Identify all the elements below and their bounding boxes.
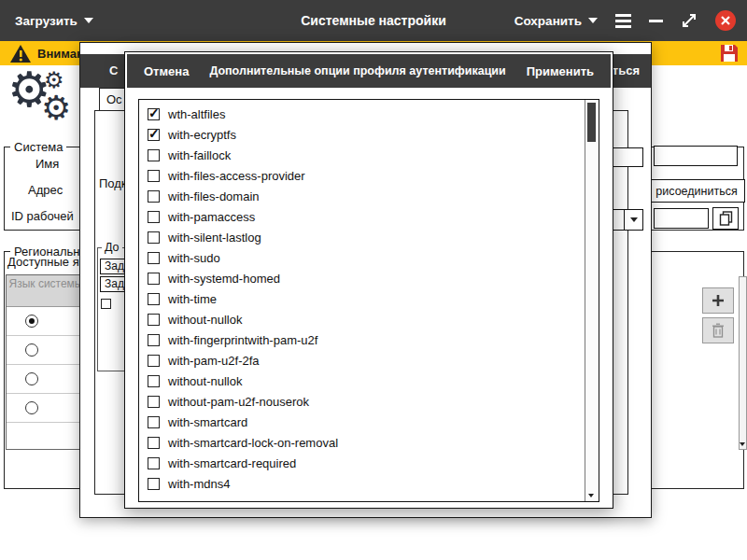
option-row[interactable]: with-faillock: [148, 145, 585, 165]
workstation-id-input[interactable]: [654, 208, 709, 229]
options-group-label: До: [102, 241, 122, 254]
titlebar-actions: Сохранить: [514, 0, 736, 41]
save-file-icon[interactable]: [719, 43, 740, 63]
save-menu-button[interactable]: Сохранить: [514, 14, 598, 28]
option-label: without-nullok: [168, 313, 243, 327]
option-row[interactable]: wth-altfiles: [148, 104, 585, 124]
language-column-header: Язык системы: [7, 275, 85, 306]
radio-selected-icon[interactable]: [25, 315, 38, 328]
join-button[interactable]: рисоединиться: [648, 179, 745, 203]
option-row[interactable]: with-sudo: [148, 247, 585, 268]
save-menu-label: Сохранить: [514, 14, 582, 28]
load-menu-label: Загрузить: [15, 14, 78, 28]
option-row[interactable]: with-fingerprintwith-pam-u2f: [148, 329, 585, 350]
option-label: wth-altfiles: [168, 107, 225, 121]
checkbox-icon[interactable]: [148, 396, 160, 408]
combo-arrow-icon: [630, 217, 638, 222]
radio-icon[interactable]: [25, 401, 38, 414]
checkbox-icon[interactable]: [148, 314, 160, 326]
scrollbar-thumb[interactable]: [587, 103, 596, 142]
scroll-down-icon[interactable]: [740, 442, 745, 446]
option-checkbox[interactable]: [101, 299, 111, 309]
gear-small-icon: ⚙: [41, 91, 71, 125]
option-row[interactable]: without-pam-u2f-nouserok: [148, 391, 585, 412]
checkbox-icon[interactable]: [148, 211, 160, 223]
option-row[interactable]: with-pam-u2f-2fa: [148, 350, 585, 371]
option-row[interactable]: with-files-access-provider: [148, 165, 585, 186]
checkbox-icon[interactable]: [148, 375, 160, 387]
address-label: Адрес: [28, 183, 63, 197]
header-left-text-fragment[interactable]: С: [109, 63, 118, 77]
option-row[interactable]: without-nullok: [148, 309, 585, 329]
option-label: with-pam-u2f-2fa: [168, 354, 260, 368]
expand-button[interactable]: [681, 12, 698, 29]
name-input[interactable]: [654, 146, 738, 166]
minimize-button[interactable]: [649, 20, 663, 22]
option-row[interactable]: with-pamaccess: [148, 206, 585, 227]
load-menu-button[interactable]: Загрузить: [15, 0, 93, 41]
option-row[interactable]: with-ecryptfs: [148, 124, 585, 145]
checkbox-icon[interactable]: [148, 355, 160, 367]
option-label: with-faillock: [168, 148, 231, 162]
checkbox-icon[interactable]: [148, 457, 160, 469]
available-languages-label: Доступные я: [7, 255, 79, 269]
checkbox-icon[interactable]: [148, 478, 160, 490]
option-row[interactable]: with-smartcard-required: [148, 453, 585, 473]
language-list-scrollbar[interactable]: [739, 276, 747, 450]
option-label: without-pam-u2f-nouserok: [168, 395, 309, 409]
workstation-id-label: ID рабочей: [11, 209, 74, 223]
add-language-button[interactable]: [702, 287, 734, 314]
cancel-button[interactable]: Отмена: [144, 64, 189, 78]
close-button[interactable]: [715, 10, 736, 31]
checkbox-icon[interactable]: [148, 416, 160, 428]
radio-icon[interactable]: [25, 372, 38, 385]
option-row[interactable]: with-smartcard: [148, 412, 585, 432]
option-list: wth-altfileswith-ecryptfswith-faillockwi…: [138, 99, 599, 502]
option-list-scrollbar[interactable]: [585, 100, 599, 501]
option-label: with-systemd-homed: [168, 272, 280, 286]
option-row[interactable]: with-silent-lastlog: [148, 227, 585, 247]
chevron-down-icon: [84, 18, 93, 23]
option-label: with-silent-lastlog: [168, 231, 261, 245]
checkbox-checked-icon[interactable]: [148, 108, 160, 120]
menu-icon[interactable]: [615, 14, 631, 28]
option-row[interactable]: with-time: [148, 288, 585, 309]
option-row[interactable]: with-smartcard-lock-on-removal: [148, 432, 585, 453]
option-label: with-smartcard-lock-on-removal: [168, 436, 338, 450]
copy-button[interactable]: [712, 207, 739, 230]
option-row[interactable]: with-files-domain: [148, 186, 585, 206]
gear-tiny-icon: ⚙: [44, 69, 64, 91]
checkbox-icon[interactable]: [148, 190, 160, 203]
checkbox-icon[interactable]: [148, 231, 160, 244]
checkbox-icon[interactable]: [148, 149, 160, 161]
checkbox-icon[interactable]: [148, 273, 160, 285]
checkbox-icon[interactable]: [148, 293, 160, 305]
option-label: with-sudo: [168, 251, 220, 265]
option-label: with-files-domain: [168, 189, 260, 203]
apply-button[interactable]: Применить: [527, 64, 594, 78]
checkbox-icon[interactable]: [148, 334, 160, 346]
name-label: Имя: [35, 157, 59, 171]
system-group-label: Система: [10, 140, 66, 154]
checkbox-icon[interactable]: [148, 437, 160, 449]
scroll-down-icon[interactable]: [588, 494, 594, 497]
option-row[interactable]: without-nullok: [148, 371, 585, 391]
auth-options-dialog: Отмена Дополнительные опции профиля ауте…: [124, 51, 613, 509]
checkbox-icon[interactable]: [148, 252, 160, 264]
dialog-title: Дополнительные опции профиля аутентифика…: [200, 64, 514, 77]
option-label: with-pamaccess: [168, 210, 255, 224]
copy-icon: [719, 211, 733, 226]
chevron-down-icon: [588, 18, 598, 23]
option-label: with-ecryptfs: [168, 128, 236, 142]
delete-language-button[interactable]: [702, 317, 734, 343]
auth-options-dialog-header: Отмена Дополнительные опции профиля ауте…: [127, 54, 611, 88]
plus-icon: [712, 294, 725, 307]
checkbox-checked-icon[interactable]: [148, 129, 160, 141]
option-label: with-time: [168, 292, 217, 306]
checkbox-icon[interactable]: [148, 170, 160, 182]
option-row[interactable]: with-systemd-homed: [148, 268, 585, 288]
radio-icon[interactable]: [25, 343, 38, 357]
combo-arrow-button[interactable]: [624, 210, 642, 230]
option-label: with-mdns4: [168, 477, 230, 491]
option-row[interactable]: with-mdns4: [148, 473, 585, 494]
